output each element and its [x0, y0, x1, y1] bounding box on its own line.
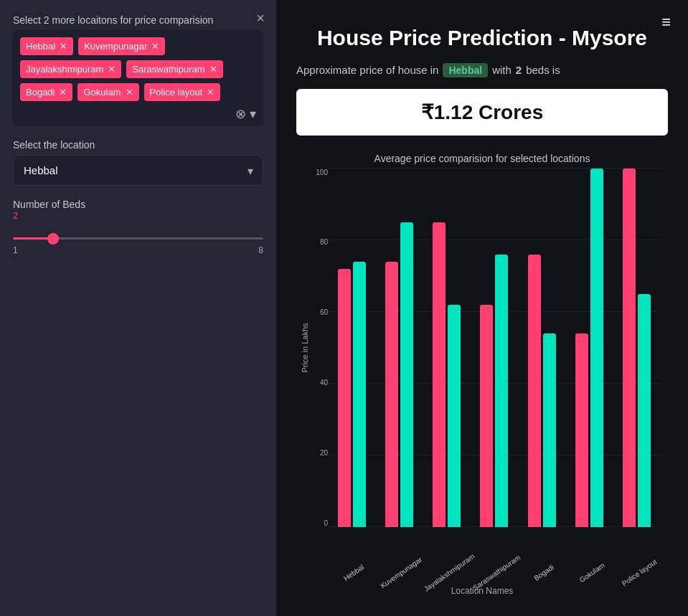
location-tag: Kuvempunagar✕	[78, 37, 165, 55]
bar-teal	[353, 262, 366, 527]
tag-remove-icon[interactable]: ✕	[108, 64, 116, 75]
tag-remove-icon[interactable]: ✕	[209, 64, 217, 75]
hamburger-menu-button[interactable]: ≡	[661, 13, 671, 32]
bar-label: Gokulam	[578, 561, 605, 584]
tag-remove-icon[interactable]: ✕	[126, 87, 133, 98]
y-tick: 100	[314, 169, 328, 176]
bar-pink	[385, 262, 398, 527]
bar-teal	[448, 305, 461, 527]
tag-remove-icon[interactable]: ✕	[59, 87, 67, 98]
y-tick: 20	[314, 449, 328, 457]
subtitle-start: Approximate price of house in	[296, 64, 438, 76]
subtitle-end: beds is	[526, 64, 560, 76]
y-axis-label: Price in Lakhs	[301, 323, 309, 372]
y-tick: 80	[314, 238, 328, 246]
bar-pink	[528, 255, 541, 527]
bar-pair: Gokulam	[565, 169, 613, 528]
tag-label: Gokulam	[83, 87, 121, 98]
location-tag: Hebbal✕	[20, 37, 73, 55]
location-tag: Bogadi✕	[20, 83, 72, 101]
bar-pink	[338, 269, 351, 527]
tag-label: Jayalakshmipuram	[26, 64, 103, 75]
location-tag: Saraswathipuram✕	[126, 60, 222, 78]
right-panel: ≡ House Price Prediction - Mysore Approx…	[276, 0, 688, 616]
tag-remove-icon[interactable]: ✕	[207, 87, 215, 98]
tag-label: Kuvempunagar	[84, 41, 147, 52]
clear-tags-button[interactable]: ⊗ ▾	[235, 106, 256, 122]
bar-pair: Kuvempunagar	[375, 169, 423, 528]
y-tick: 0	[314, 519, 328, 527]
tags-box: Hebbal✕Kuvempunagar✕Jayalakshmipuram✕Sar…	[13, 30, 263, 126]
bar-label: Bogadi	[533, 563, 556, 582]
tag-label: Hebbal	[26, 41, 55, 52]
price-box: ₹1.12 Crores	[296, 89, 668, 136]
beds-value: 2	[13, 210, 263, 221]
beds-slider[interactable]	[13, 237, 263, 240]
bar-pair: Jayalakshmipuram	[423, 169, 471, 528]
selection-label: Select 2 more locaitons for price compar…	[13, 14, 263, 26]
bar-label: Kuvempunagar	[380, 556, 424, 590]
bar-pair: Hebbal	[328, 169, 375, 528]
chart-title: Average price comparision for selected l…	[296, 153, 668, 164]
subtitle-row: Approximate price of house in Hebbal wit…	[296, 63, 668, 77]
bar-teal	[543, 333, 556, 527]
slider-row: 1 8	[13, 224, 263, 255]
bar-pair: Saraswathipuram	[471, 169, 518, 528]
bar-pink	[575, 333, 588, 527]
tag-label: Police layout	[150, 87, 203, 98]
tag-remove-icon[interactable]: ✕	[151, 41, 159, 52]
location-tag: Jayalakshmipuram✕	[20, 60, 121, 78]
bar-teal	[400, 222, 413, 527]
bar-pink	[623, 169, 636, 528]
chart-container: Average price comparision for selected l…	[296, 147, 668, 600]
tag-label: Bogadi	[26, 87, 55, 98]
subtitle-mid: with	[492, 64, 512, 76]
y-tick: 40	[314, 379, 328, 387]
location-tag: Gokulam✕	[77, 83, 138, 101]
bar-pink	[480, 305, 493, 527]
beds-highlight: 2	[516, 64, 522, 76]
slider-min: 1	[13, 245, 18, 255]
bar-label: Hebbal	[342, 563, 365, 582]
bar-pair: Bogadi	[518, 169, 565, 528]
bar-pair: Police layout	[613, 169, 661, 528]
bar-teal	[638, 294, 651, 527]
y-tick: 60	[314, 308, 328, 316]
close-button[interactable]: ×	[256, 10, 265, 27]
location-highlight: Hebbal	[443, 63, 488, 77]
location-dropdown-wrapper: HebbalKuvempunagarJayalakshmipuramSarasw…	[13, 155, 263, 186]
tag-remove-icon[interactable]: ✕	[60, 41, 67, 52]
beds-label: Number of Beds	[13, 199, 263, 210]
chart-area: Price in Lakhs 100806040200 HebbalKuvemp…	[296, 169, 668, 585]
location-tag: Police layout✕	[144, 83, 221, 101]
tag-label: Saraswathipuram	[132, 64, 204, 75]
left-panel: × Select 2 more locaitons for price comp…	[0, 0, 276, 616]
bar-pink	[433, 222, 446, 527]
location-label: Select the location	[13, 139, 263, 151]
slider-max: 8	[258, 245, 263, 255]
bar-label: Police layout	[621, 558, 659, 588]
bar-teal	[590, 169, 603, 528]
bar-teal	[495, 255, 508, 527]
location-select[interactable]: HebbalKuvempunagarJayalakshmipuramSarasw…	[13, 155, 263, 186]
page-title: House Price Prediction - Mysore	[296, 24, 668, 52]
